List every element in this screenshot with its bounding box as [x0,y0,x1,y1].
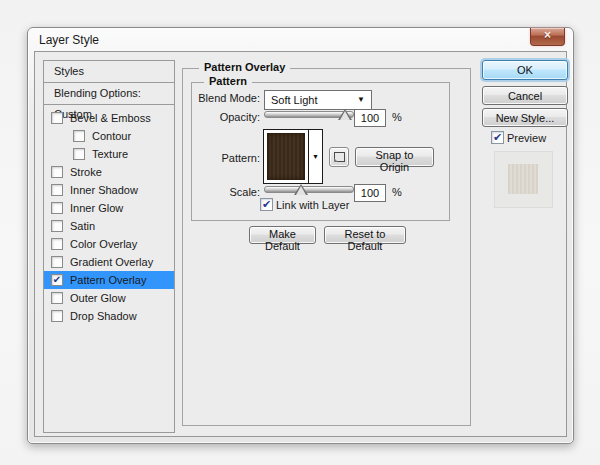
new-pattern-button[interactable] [329,147,349,167]
checkbox-icon[interactable]: ✔ [51,274,63,286]
cancel-button[interactable]: Cancel [482,86,568,105]
dialog-client-area: Styles Blending Options: Custom Bevel & … [34,51,567,437]
sidebar-item-drop-shadow[interactable]: Drop Shadow [44,307,174,325]
scale-label: Scale: [190,186,260,198]
checkbox-icon[interactable] [73,130,85,142]
sidebar-item-label: Pattern Overlay [70,274,146,286]
make-default-button[interactable]: Make Default [249,226,316,244]
sidebar-item-contour[interactable]: Contour [44,127,174,145]
sidebar-item-label: Stroke [70,166,102,178]
layer-style-dialog: Layer Style × Styles Blending Options: C… [27,27,574,444]
pattern-picker-arrow-strip[interactable]: ▼ [308,130,322,183]
sidebar-item-satin[interactable]: Satin [44,217,174,235]
title-bar[interactable]: Layer Style × [28,28,573,51]
pattern-label: Pattern: [190,152,260,164]
sidebar-item-label: Outer Glow [70,292,126,304]
sidebar-items: Bevel & EmbossContourTextureStrokeInner … [44,105,174,325]
sidebar-item-label: Gradient Overlay [70,256,153,268]
snap-to-origin-button[interactable]: Snap to Origin [355,147,434,167]
sidebar-item-pattern-overlay[interactable]: ✔Pattern Overlay [44,271,174,289]
checkbox-icon[interactable] [51,202,63,214]
preview-checkbox[interactable]: ✔ [491,131,504,144]
preview-label: Preview [507,132,546,144]
checkbox-icon[interactable] [51,292,63,304]
sidebar-item-label: Inner Glow [70,202,123,214]
styles-list: Styles Blending Options: Custom Bevel & … [43,60,175,433]
checkbox-icon[interactable] [73,148,85,160]
sidebar-item-label: Bevel & Emboss [70,112,151,124]
scale-slider-thumb[interactable] [294,184,308,195]
blending-options-row[interactable]: Blending Options: Custom [44,83,174,105]
sidebar-item-inner-shadow[interactable]: Inner Shadow [44,181,174,199]
blend-mode-value: Soft Light [271,94,317,106]
sidebar-item-label: Satin [70,220,95,232]
pattern-swatch[interactable] [267,133,305,180]
link-with-layer-label: Link with Layer [276,199,349,211]
opacity-slider[interactable] [264,108,354,122]
opacity-unit: % [392,111,402,123]
blend-mode-select[interactable]: Soft Light ▼ [264,90,372,110]
sidebar-item-label: Color Overlay [70,238,137,250]
pattern-overlay-group-title: Pattern Overlay [199,61,290,73]
styles-header[interactable]: Styles [44,61,174,83]
reset-to-default-button[interactable]: Reset to Default [324,226,406,244]
scale-input[interactable]: 100 [354,184,386,202]
checkbox-icon[interactable] [51,112,63,124]
scale-unit: % [392,186,402,198]
sidebar-item-label: Contour [92,130,131,142]
sidebar-item-outer-glow[interactable]: Outer Glow [44,289,174,307]
link-with-layer-checkbox[interactable]: ✔ [260,198,273,211]
new-pattern-icon [334,152,345,162]
checkbox-icon[interactable] [51,256,63,268]
chevron-down-icon: ▼ [357,96,365,104]
sidebar-item-color-overlay[interactable]: Color Overlay [44,235,174,253]
opacity-slider-thumb[interactable] [338,109,352,120]
dialog-title: Layer Style [39,33,99,47]
sidebar-item-texture[interactable]: Texture [44,145,174,163]
close-icon[interactable]: × [530,28,565,46]
style-preview-pattern [508,164,538,194]
sidebar-item-label: Texture [92,148,128,160]
sidebar-item-label: Inner Shadow [70,184,138,196]
sidebar-item-gradient-overlay[interactable]: Gradient Overlay [44,253,174,271]
sidebar-item-stroke[interactable]: Stroke [44,163,174,181]
checkbox-icon[interactable] [51,166,63,178]
style-preview-thumbnail [494,151,553,208]
sidebar-item-label: Drop Shadow [70,310,137,322]
scale-slider-track[interactable] [264,186,354,193]
chevron-down-icon: ▼ [312,153,319,160]
ok-button[interactable]: OK [482,60,568,80]
checkbox-icon[interactable] [51,310,63,322]
new-style-button[interactable]: New Style... [482,108,568,127]
pattern-subgroup-title: Pattern [204,75,252,87]
checkbox-icon[interactable] [51,184,63,196]
opacity-input[interactable]: 100 [354,109,386,127]
checkbox-icon[interactable] [51,238,63,250]
scale-slider[interactable] [264,183,354,197]
pattern-picker[interactable]: ▼ [263,129,323,184]
opacity-label: Opacity: [190,111,260,123]
blend-mode-label: Blend Mode: [190,92,260,104]
sidebar-item-inner-glow[interactable]: Inner Glow [44,199,174,217]
checkbox-icon[interactable] [51,220,63,232]
